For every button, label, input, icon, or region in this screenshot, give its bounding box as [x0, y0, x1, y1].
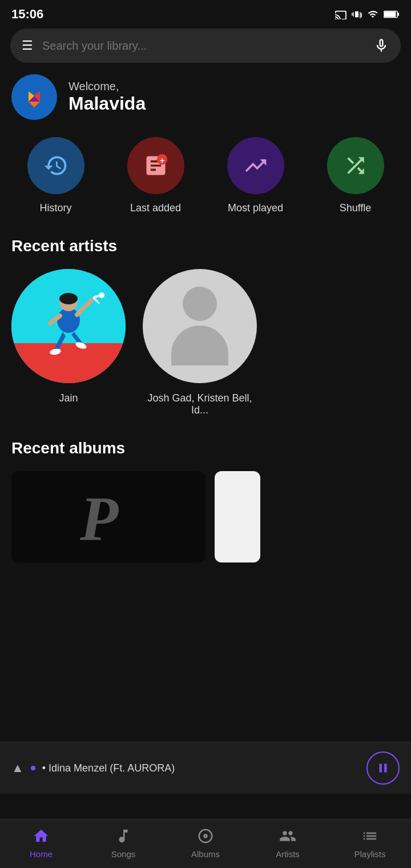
now-playing-dot	[31, 766, 35, 770]
history-circle	[27, 137, 84, 194]
album-card-white[interactable]	[215, 471, 260, 562]
now-playing-text: • Idina Menzel (Ft. AURORA)	[42, 762, 360, 774]
recent-artists-title: Recent artists	[0, 237, 411, 269]
history-label: History	[39, 202, 71, 214]
cast-icon	[335, 9, 347, 19]
quick-action-history[interactable]: History	[27, 137, 84, 214]
nav-label-albums: Albums	[191, 849, 220, 859]
nav-label-home: Home	[30, 849, 53, 859]
welcome-section: Welcome, Malavida	[0, 74, 411, 137]
menu-icon[interactable]: ☰	[22, 38, 33, 53]
svg-text:+: +	[159, 156, 164, 165]
wifi-icon	[366, 9, 379, 19]
status-icons	[335, 8, 400, 21]
play-pause-button[interactable]	[366, 752, 400, 785]
status-time: 15:06	[11, 7, 43, 22]
greeting-text: Welcome,	[68, 80, 146, 93]
album-card-inner: P	[11, 471, 206, 562]
most-played-label: Most played	[228, 202, 283, 214]
person-body	[171, 326, 228, 365]
battery-icon	[384, 10, 400, 19]
svg-point-18	[205, 835, 207, 837]
svg-rect-6	[11, 343, 126, 383]
welcome-text: Welcome, Malavida	[68, 80, 146, 114]
vibrate-icon	[352, 8, 362, 21]
search-bar[interactable]: ☰	[10, 29, 401, 63]
recent-albums-section: Recent albums P	[0, 439, 411, 620]
last-added-label: Last added	[130, 202, 181, 214]
svg-text:P: P	[79, 484, 119, 551]
search-input[interactable]	[42, 39, 364, 53]
shuffle-circle	[327, 137, 384, 194]
artist-avatar-jain	[11, 269, 126, 383]
svg-rect-1	[397, 13, 399, 16]
recent-artists-section: Recent artists	[0, 237, 411, 439]
quick-action-most-played[interactable]: Most played	[227, 137, 284, 214]
artist-name-jain: Jain	[59, 392, 78, 404]
bottom-nav: Home Songs Albums Artists Playlists	[0, 819, 411, 868]
svg-point-9	[59, 293, 78, 304]
quick-action-shuffle[interactable]: Shuffle	[327, 137, 384, 214]
shuffle-label: Shuffle	[340, 202, 372, 214]
nav-item-home[interactable]: Home	[13, 827, 70, 859]
artist-item-josh-gad[interactable]: Josh Gad, Kristen Bell, Id...	[143, 269, 257, 416]
username-text: Malavida	[68, 93, 146, 114]
nav-item-albums[interactable]: Albums	[177, 827, 234, 859]
artist-item-jain[interactable]: Jain	[11, 269, 126, 416]
album-card-pandora[interactable]: P	[11, 471, 206, 562]
expand-icon[interactable]: ▲	[11, 761, 24, 775]
nav-label-songs: Songs	[111, 849, 136, 859]
artist-name-josh-gad: Josh Gad, Kristen Bell, Id...	[143, 392, 257, 416]
svg-point-7	[57, 308, 80, 333]
recent-albums-title: Recent albums	[0, 439, 411, 471]
person-head	[183, 287, 217, 321]
most-played-circle	[227, 137, 284, 194]
svg-point-14	[99, 292, 104, 298]
nav-item-songs[interactable]: Songs	[95, 827, 152, 859]
artist-avatar-josh-gad	[143, 269, 257, 383]
recent-artists-list: Jain Josh Gad, Kristen Bell, Id...	[0, 269, 411, 439]
nav-label-playlists: Playlists	[354, 849, 385, 859]
default-avatar-bg	[143, 269, 257, 383]
svg-rect-2	[384, 11, 396, 17]
recent-albums-list: P	[0, 471, 411, 620]
nav-item-artists[interactable]: Artists	[259, 827, 316, 859]
status-bar: 15:06	[0, 0, 411, 29]
now-playing-bar[interactable]: ▲ • Idina Menzel (Ft. AURORA)	[0, 742, 411, 794]
quick-actions: History + Last added Most played Shuffle	[0, 137, 411, 237]
nav-item-playlists[interactable]: Playlists	[341, 827, 398, 859]
last-added-circle: +	[127, 137, 184, 194]
nav-label-artists: Artists	[276, 849, 300, 859]
avatar	[11, 74, 57, 120]
mic-icon[interactable]	[373, 38, 389, 54]
quick-action-last-added[interactable]: + Last added	[127, 137, 184, 214]
